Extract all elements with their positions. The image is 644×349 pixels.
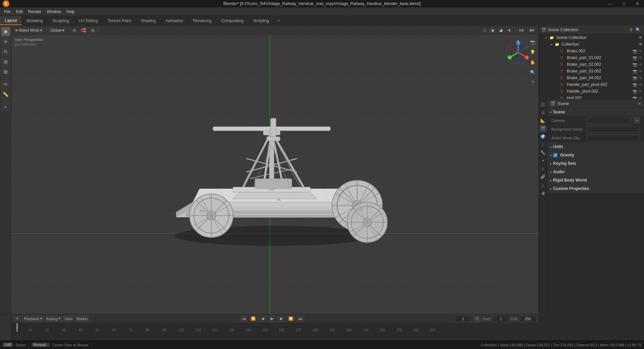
prop-close-button[interactable]: ✕ [638,101,641,106]
viewport-lights-icon[interactable]: 💡 [528,48,537,56]
tool-add[interactable]: + [1,102,10,111]
outliner-item-brake-part-02[interactable]: ▸ ▽ Brake_part_02.002 📷 👁 [539,61,644,68]
tab-animation[interactable]: Animation [161,16,188,25]
tool-transform[interactable]: ⊠ [1,67,10,77]
minimize-button[interactable]: — [604,0,617,7]
timeline-current-frame[interactable]: 1 [455,315,472,322]
prop-icon-data[interactable]: △ [539,181,547,189]
tab-modeling[interactable]: Modeling [22,16,48,25]
movie-clip-value[interactable] [587,135,640,141]
overlays-button[interactable]: ⊙▾ [517,28,526,33]
viewport-3d[interactable]: ▾ Object Mode ▾ Global ▾ ⊙ 🧲 ◎ □ ◑ ◕ [11,26,538,314]
prop-icon-material[interactable]: ◕ [539,189,547,197]
timeline-marker-label[interactable]: Marker [75,315,89,322]
outliner-item-handle-part-pivot[interactable]: ▸ ▽ Handle_part_pivot.002 📷 👁 [539,81,644,88]
maximize-button[interactable]: □ [617,0,631,7]
tool-rotate[interactable]: ↻ [1,47,10,56]
prop-rigid-body-header[interactable]: ▸ Rigid Body World [547,176,644,184]
timeline-play[interactable]: ▶ [268,315,276,322]
outliner-item-handle-pivot[interactable]: ▸ ▽ Handle_pivot.002 📷 👁 [539,88,644,95]
prop-scene-section-header[interactable]: ▾ Scene [547,108,644,116]
restrict-render-icon[interactable]: 📷 [632,62,638,67]
menu-file[interactable]: File [1,9,13,15]
snap-toggle[interactable]: 🧲 [79,28,88,33]
tool-annotate[interactable]: ✏ [1,80,10,89]
proportional-edit[interactable]: ◎ [89,28,97,33]
eye-icon[interactable]: 👁 [638,42,643,47]
prop-gravity-header[interactable]: ▸ Gravity [547,151,644,159]
prop-icon-modifier[interactable]: 🔧 [539,149,547,156]
restrict-render-icon[interactable]: 📷 [632,82,638,87]
tool-measure[interactable]: 📏 [1,90,10,99]
restrict-render-icon[interactable]: 📷 [632,76,638,81]
tab-layout[interactable]: Layout [0,16,22,25]
gizmos-button[interactable]: ⊕▾ [527,28,536,33]
restrict-viewport-icon[interactable]: 👁 [638,55,643,60]
outliner-item-collection[interactable]: ▾ 📁 Collection 👁 [539,41,644,48]
menu-edit[interactable]: Edit [13,9,25,15]
gravity-checkbox[interactable] [553,153,557,157]
prop-icon-constraints[interactable]: 🔗 [539,173,547,181]
prop-icon-physics[interactable]: ⚛ [539,165,547,172]
prop-icon-particles[interactable]: ✦ [539,157,547,164]
bg-scene-value[interactable] [587,126,640,133]
tab-compositing[interactable]: Compositing [217,16,249,25]
prop-audio-header[interactable]: ▸ Audio [547,168,644,176]
close-button[interactable]: ✕ [631,0,644,7]
outliner-item-brake-part-04[interactable]: ▸ ▽ Brake_part_04.002 📷 👁 [539,74,644,81]
prop-units-header[interactable]: ▸ Units [547,143,644,151]
restrict-viewport-icon[interactable]: 👁 [638,62,643,67]
prop-icon-world[interactable]: 🌍 [539,133,547,140]
viewport-global-selector[interactable]: Global ▾ [49,28,66,33]
timeline-jump-next[interactable]: ⏩ [287,315,295,322]
viewport-pan-icon[interactable]: ✋ [528,58,537,66]
outliner-search[interactable]: 🔍 [635,27,641,33]
pivot-selector[interactable]: ⊙ [71,28,78,33]
prop-icon-view-layer[interactable]: 📐 [539,117,547,124]
menu-render[interactable]: Render [25,9,44,15]
prop-icon-scene[interactable]: 🎬 [539,125,547,132]
restrict-render-icon[interactable]: 📷 [632,49,638,54]
timeline-step-next[interactable]: ▶ [277,315,285,322]
outliner-item-brake-002[interactable]: ▸ ▽ Brake.002 📷 👁 [539,48,644,54]
prop-icon-output[interactable]: 🖨 [539,109,547,116]
tab-shading[interactable]: Shading [136,16,161,25]
restrict-viewport-icon[interactable]: 👁 [638,96,643,100]
timeline-view-label[interactable]: View [63,315,74,322]
timeline-jump-end[interactable]: ⏭ [296,315,304,322]
camera-edit-btn[interactable]: ✏ [633,117,640,124]
timeline-loop-icon[interactable]: ⏱ [473,315,481,322]
timeline-end-frame[interactable]: 250 [520,315,536,322]
prop-custom-props-header[interactable]: ▸ Custom Properties [547,185,644,193]
tab-add-button[interactable]: + [274,16,283,25]
outliner-item-brake-part-03[interactable]: ▸ ▽ Brake_part_03.002 📷 👁 [539,68,644,74]
restrict-render-icon[interactable]: 📷 [632,69,638,74]
timeline-type-selector[interactable]: ▾ [13,315,21,322]
menu-window[interactable]: Window [44,9,64,15]
viewport-shading-wire[interactable]: □ [481,28,488,33]
timeline-ruler[interactable]: 1 10 20 30 40 50 60 70 80 90 100 110 120… [11,323,538,332]
tab-uv-editing[interactable]: UV Editing [74,16,103,25]
menu-help[interactable]: Help [64,9,77,15]
tab-scripting[interactable]: Scripting [249,16,274,25]
tool-move[interactable]: ✛ [1,37,10,46]
viewport-gizmo[interactable]: Z X Y [505,39,532,66]
outliner-item-hull[interactable]: ▸ ▽ Hull.002 📷 👁 [539,95,644,99]
viewport-mode-selector[interactable]: ▾ Object Mode ▾ [13,28,44,33]
prop-icon-object[interactable]: □ [539,141,547,148]
prop-keying-header[interactable]: ▸ Keying Sets [547,159,644,167]
timeline-start-frame[interactable]: 1 [492,315,509,322]
eye-icon[interactable]: 👁 [638,35,643,40]
prop-icon-render[interactable]: 🎥 [539,101,547,108]
outliner-item-brake-part-01[interactable]: ▸ ▽ Brake_part_01.002 📷 👁 [539,54,644,61]
camera-value[interactable] [587,117,631,124]
timeline-keying-label[interactable]: Keying ▾ [45,315,62,322]
restrict-viewport-icon[interactable]: 👁 [638,69,643,74]
restrict-viewport-icon[interactable]: 👁 [638,76,643,81]
tool-cursor[interactable]: ⊕ [1,27,10,36]
restrict-render-icon[interactable]: 📷 [632,96,638,100]
tab-sculpting[interactable]: Sculpting [48,16,74,25]
viewport-help-icon[interactable]: ? [528,78,537,87]
timeline-step-prev[interactable]: ◀ [259,315,267,322]
viewport-cameras-icon[interactable]: 📷 [528,38,537,46]
